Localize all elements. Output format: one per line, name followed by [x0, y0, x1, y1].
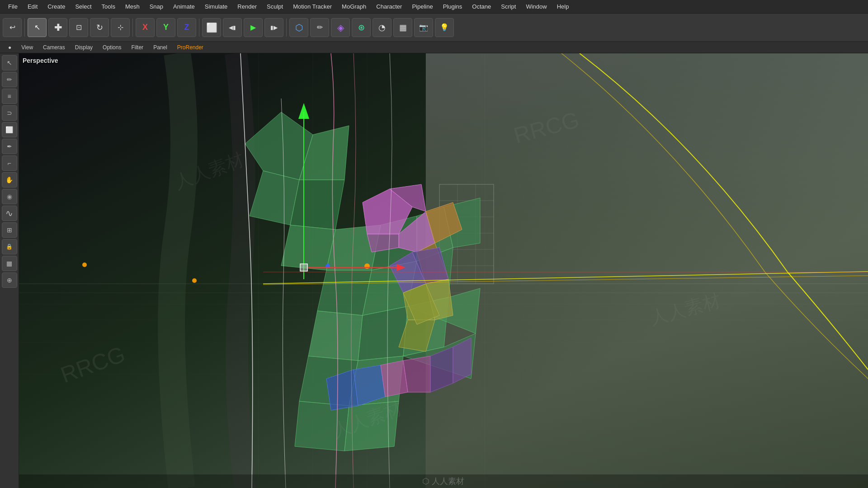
sidebar-grid2-tool[interactable]: ▦: [2, 256, 17, 271]
svg-point-72: [192, 278, 197, 283]
sidebar-grab-tool[interactable]: ✋: [2, 172, 17, 188]
sidebar-corner-tool[interactable]: ⌐: [2, 155, 17, 171]
view-button[interactable]: View: [17, 43, 38, 52]
sep1: [24, 19, 25, 37]
nodes-button[interactable]: ⊛: [352, 18, 371, 37]
menu-help[interactable]: Help: [552, 1, 574, 12]
select2-tool-button[interactable]: ⊹: [111, 18, 130, 37]
sidebar-lasso-tool[interactable]: ⊃: [2, 105, 17, 121]
bottom-watermark-text: ⬡ 人人素材: [422, 476, 464, 487]
sidebar-box-tool[interactable]: ⬜: [2, 122, 17, 137]
display-button[interactable]: Display: [71, 43, 97, 52]
sidebar-brush-tool[interactable]: ✏: [2, 72, 17, 87]
left-sidebar: ↖ ✏ ≡ ⊃ ⬜ ✒ ⌐ ✋ ◉ ∿ ⊞ 🔒 ▦ ⊕: [0, 53, 19, 488]
sidebar-sphere-tool[interactable]: ◉: [2, 189, 17, 204]
rotate-tool-button[interactable]: ↻: [90, 18, 109, 37]
scale-tool-button[interactable]: ⊡: [69, 18, 88, 37]
move-tool-button[interactable]: ✚: [48, 18, 67, 37]
menu-render[interactable]: Render: [233, 1, 261, 12]
menu-animate[interactable]: Animate: [169, 1, 199, 12]
svg-marker-30: [317, 270, 372, 315]
svg-marker-26: [281, 225, 335, 270]
scene-svg: RRCG 人人素材 RRCG 人人素材 人人素材: [19, 53, 868, 488]
sidebar-cursor-tool[interactable]: ↖: [2, 55, 17, 70]
sidebar-pen-tool[interactable]: ✒: [2, 139, 17, 154]
menubar: File Edit Create Select Tools Mesh Snap …: [0, 0, 868, 14]
sep4: [286, 19, 287, 37]
svg-rect-1: [426, 53, 868, 488]
coord-button[interactable]: ⬜: [202, 18, 221, 37]
light-button[interactable]: 💡: [435, 18, 454, 37]
toolbar: ↩ ↖ ✚ ⊡ ↻ ⊹ X Y Z ⬜ ◀▮ ▶ ▮▶ ⬡ ✏ ◈ ⊛ ◔ ▦ …: [0, 14, 868, 42]
sidebar-grid-paint-tool[interactable]: ⊞: [2, 222, 17, 238]
svg-point-71: [82, 263, 87, 267]
menu-character[interactable]: Character: [372, 1, 406, 12]
viewport[interactable]: Perspective RRCG 人人素材 RRCG 人人素材 RRCG 人人素…: [19, 53, 868, 488]
playback-fwd-button[interactable]: ▮▶: [264, 18, 283, 37]
cube-tool-button[interactable]: ⬡: [289, 18, 308, 37]
filter-button[interactable]: Filter: [127, 43, 148, 52]
cameras-button[interactable]: Cameras: [38, 43, 70, 52]
select-tool-button[interactable]: ↖: [28, 18, 47, 37]
menu-sculpt[interactable]: Sculpt: [262, 1, 288, 12]
main-area: ↖ ✏ ≡ ⊃ ⬜ ✒ ⌐ ✋ ◉ ∿ ⊞ 🔒 ▦ ⊕ Perspective …: [0, 53, 868, 488]
svg-marker-33: [308, 311, 363, 361]
panel-button[interactable]: Panel: [149, 43, 172, 52]
view-toolbar: ● View Cameras Display Options Filter Pa…: [0, 42, 868, 53]
svg-rect-63: [300, 264, 307, 271]
menu-simulate[interactable]: Simulate: [200, 1, 232, 12]
sep3: [199, 19, 199, 37]
svg-marker-25: [290, 180, 344, 230]
menu-tools[interactable]: Tools: [97, 1, 120, 12]
menu-create[interactable]: Create: [43, 1, 70, 12]
x-axis-button[interactable]: X: [136, 18, 155, 37]
menu-file[interactable]: File: [4, 1, 22, 12]
menu-snap[interactable]: Snap: [145, 1, 168, 12]
sidebar-lock-tool[interactable]: 🔒: [2, 239, 17, 254]
svg-marker-56: [381, 361, 408, 397]
menu-mesh[interactable]: Mesh: [121, 1, 144, 12]
menu-octane[interactable]: Octane: [467, 1, 495, 12]
sculpt-button[interactable]: ◔: [373, 18, 392, 37]
menu-edit[interactable]: Edit: [23, 1, 42, 12]
menu-motion-tracker[interactable]: Motion Tracker: [288, 1, 336, 12]
sep2: [132, 19, 133, 37]
menu-mograph[interactable]: MoGraph: [337, 1, 371, 12]
menu-window[interactable]: Window: [521, 1, 551, 12]
z-axis-button[interactable]: Z: [177, 18, 196, 37]
svg-marker-57: [403, 356, 430, 392]
menu-script[interactable]: Script: [496, 1, 520, 12]
render-settings-button[interactable]: ▦: [393, 18, 412, 37]
prorender-button[interactable]: ProRender: [173, 43, 208, 52]
paint-tool-button[interactable]: ✏: [310, 18, 329, 37]
menu-plugins[interactable]: Plugins: [439, 1, 467, 12]
menu-select[interactable]: Select: [71, 1, 96, 12]
sidebar-smooth-tool[interactable]: ∿: [2, 206, 17, 221]
bottom-bar: ⬡ 人人素材: [19, 474, 868, 488]
options-button[interactable]: Options: [98, 43, 126, 52]
sidebar-magnet-tool[interactable]: ⊕: [2, 272, 17, 288]
playback-back-button[interactable]: ◀▮: [223, 18, 242, 37]
sidebar-layers-tool[interactable]: ≡: [2, 89, 17, 104]
menu-pipeline[interactable]: Pipeline: [407, 1, 437, 12]
undo-button[interactable]: ↩: [3, 18, 22, 37]
view-menu[interactable]: ●: [4, 43, 16, 52]
camera-button[interactable]: 📷: [414, 18, 433, 37]
material-button[interactable]: ◈: [331, 18, 350, 37]
perspective-label: Perspective: [23, 57, 58, 64]
play-button[interactable]: ▶: [244, 18, 263, 37]
y-axis-button[interactable]: Y: [156, 18, 175, 37]
